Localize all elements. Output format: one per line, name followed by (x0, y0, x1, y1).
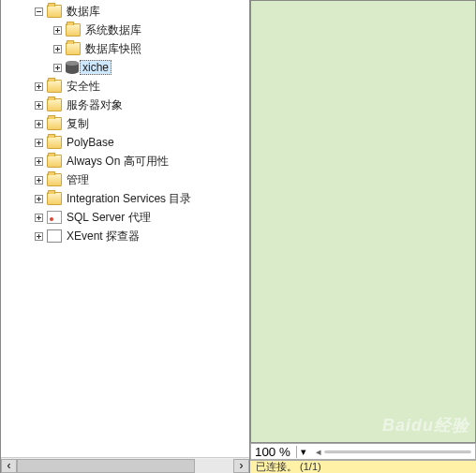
horizontal-scrollbar[interactable]: ‹ › (1, 457, 249, 473)
scroll-thumb[interactable] (17, 459, 195, 473)
node-db-snapshots[interactable]: 数据库快照 (1, 39, 249, 58)
node-label: Integration Services 目录 (66, 191, 192, 207)
node-alwayson[interactable]: Always On 高可用性 (1, 152, 249, 170)
node-xevent[interactable]: XEvent 探查器 (1, 227, 249, 245)
scroll-left-button[interactable]: ‹ (1, 459, 17, 473)
expand-icon[interactable] (35, 232, 43, 241)
expand-icon[interactable] (53, 64, 62, 72)
editor-panel: Baidu经验 ▾ ◂ 已连接。 (1/1) (249, 0, 476, 473)
database-icon (66, 61, 79, 74)
zoom-input[interactable] (251, 444, 296, 459)
node-label: PolyBase (66, 136, 115, 149)
xevent-icon (47, 229, 62, 243)
folder-icon (47, 5, 62, 18)
node-label: 数据库 (66, 4, 101, 20)
folder-icon (47, 155, 62, 168)
folder-icon (66, 23, 81, 37)
node-label: Always On 高可用性 (66, 154, 170, 170)
zoom-slider-track[interactable] (324, 451, 471, 453)
node-integration-services[interactable]: Integration Services 目录 (1, 189, 249, 208)
folder-icon (47, 192, 62, 205)
node-xiche[interactable]: xiche (1, 58, 249, 77)
node-server-objects[interactable]: 服务器对象 (1, 96, 249, 114)
folder-icon (47, 98, 62, 111)
expand-icon[interactable] (53, 26, 62, 35)
node-label: 数据库快照 (84, 41, 142, 57)
expand-icon[interactable] (35, 82, 43, 91)
node-polybase[interactable]: PolyBase (1, 133, 249, 152)
expand-icon[interactable] (35, 157, 43, 166)
node-system-databases[interactable]: 系统数据库 (1, 21, 249, 39)
node-label: 服务器对象 (66, 97, 124, 113)
node-label: 系统数据库 (84, 22, 142, 38)
zoom-bar: ▾ ◂ (250, 443, 476, 460)
folder-icon (47, 117, 62, 130)
node-label: XEvent 探查器 (66, 229, 141, 244)
tree-view: 数据库 系统数据库 数据库快照 xiche (1, 0, 249, 457)
zoom-dropdown-button[interactable]: ▾ (296, 446, 309, 458)
node-databases[interactable]: 数据库 (1, 2, 249, 21)
node-label: SQL Server 代理 (66, 210, 152, 226)
node-security[interactable]: 安全性 (1, 77, 249, 96)
expand-icon[interactable] (35, 214, 43, 222)
diagram-canvas[interactable]: Baidu经验 (250, 0, 476, 443)
folder-icon (47, 173, 62, 186)
node-label: xiche (80, 60, 112, 75)
watermark: Baidu经验 (382, 414, 469, 436)
folder-icon (47, 80, 62, 93)
folder-icon (66, 42, 81, 55)
expand-icon[interactable] (35, 176, 43, 185)
node-label: 复制 (66, 116, 90, 132)
status-text: 已连接。 (1/1) (256, 460, 321, 473)
node-label: 管理 (66, 172, 90, 188)
agent-icon (47, 211, 62, 224)
zoom-slider-left-icon[interactable]: ◂ (313, 446, 324, 458)
expand-icon[interactable] (35, 139, 43, 147)
collapse-icon[interactable] (35, 7, 43, 16)
scroll-track[interactable] (17, 459, 233, 473)
status-bar: 已连接。 (1/1) (250, 460, 476, 473)
node-management[interactable]: 管理 (1, 170, 249, 189)
folder-icon (47, 136, 62, 149)
node-label: 安全性 (66, 79, 101, 95)
expand-icon[interactable] (53, 45, 62, 53)
expand-icon[interactable] (35, 120, 43, 128)
app-root: 数据库 系统数据库 数据库快照 xiche (0, 0, 476, 473)
expand-icon[interactable] (35, 195, 43, 203)
zoom-slider[interactable]: ◂ (309, 446, 475, 458)
expand-icon[interactable] (35, 101, 43, 110)
node-sql-agent[interactable]: SQL Server 代理 (1, 208, 249, 227)
object-explorer-panel: 数据库 系统数据库 数据库快照 xiche (0, 0, 249, 473)
node-replication[interactable]: 复制 (1, 114, 249, 133)
scroll-right-button[interactable]: › (233, 459, 249, 473)
